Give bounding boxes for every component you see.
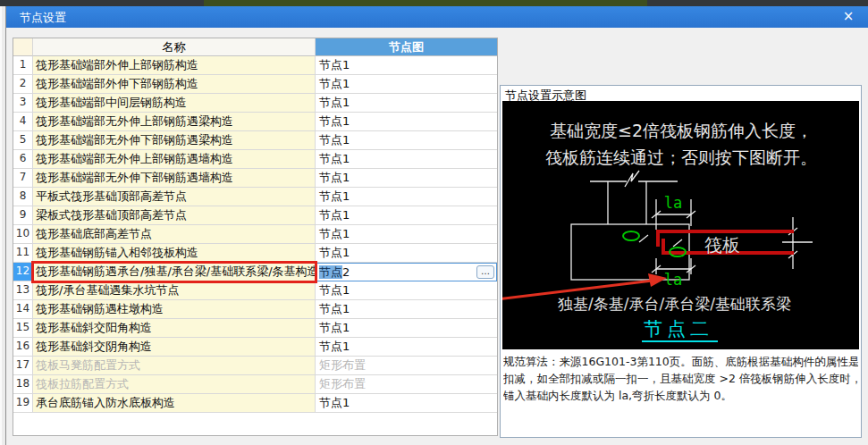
diagram-note-line1: 基础宽度≤2倍筏板钢筋伸入长度， [550,121,813,140]
row-number[interactable]: 9 [13,206,33,225]
row-name[interactable]: 筏形基础底部高差节点 [33,225,316,244]
row-node-value[interactable]: 节点1 [316,300,497,319]
table-row[interactable]: 18筏板拉筋配置方式矩形布置 [13,375,497,394]
slab-label: 筏板 [704,234,740,256]
row-number[interactable]: 2 [13,75,33,94]
dim-label-bottom: la [664,271,682,289]
row-name[interactable]: 筏形/承台基础遇集水坑节点 [33,281,316,300]
row-name[interactable]: 筏形基础端部中间层钢筋构造 [33,94,316,113]
wall-and-foundation-lines [571,171,813,280]
desktop-background-strip [0,0,868,6]
row-name[interactable]: 筏形基础端部外伸下部钢筋构造 [33,75,316,94]
row-number[interactable]: 14 [13,300,33,319]
table-row[interactable]: 7筏形基础端部无外伸下部钢筋遇墙构造节点1 [13,169,497,188]
row-name[interactable]: 筏板拉筋配置方式 [33,375,316,394]
table-row[interactable]: 13筏形/承台基础遇集水坑节点节点1 [13,281,497,300]
row-name[interactable]: 筏形基础端部无外伸下部钢筋遇墙构造 [33,169,316,188]
table-row[interactable]: 2筏形基础端部外伸下部钢筋构造节点1 [13,75,497,94]
row-node-value[interactable]: 节点1 [316,281,497,300]
row-node-value[interactable]: 节点1 [316,225,497,244]
header-name: 名称 [33,38,316,56]
table-row[interactable]: 11筏形基础钢筋锚入相邻筏板构造节点1 [13,244,497,263]
row-node-value[interactable]: 节点1 [316,131,497,150]
node-diagram: 基础宽度≤2倍筏板钢筋伸入长度， 筏板筋连续通过；否则按下图断开。 [502,101,859,349]
spec-note: 规范算法：来源16G101-3第110页。面筋、底筋根据基础构件的属性是否扣减，… [501,349,861,404]
row-name[interactable]: 筏形基础端部无外伸上部钢筋遇墙构造 [33,150,316,169]
row-node-value[interactable]: 节点1 [316,206,497,225]
table-row[interactable]: 5筏形基础端部无外伸下部钢筋遇梁构造节点1 [13,131,497,150]
table-row[interactable]: 3筏形基础端部中间层钢筋构造节点1 [13,94,497,113]
table-header-row: 名称 节点图 [13,38,497,56]
spec-line: 规范算法：来源16G101-3第110页。面筋、底筋根据基础构件的属性是否 [503,353,858,370]
row-number[interactable]: 15 [13,319,33,338]
row-node-value[interactable]: 节点2… [316,263,497,281]
dialog-titlebar[interactable]: 节点设置 × [6,6,868,28]
row-number[interactable]: 5 [13,131,33,150]
preview-title: 节点设置示意图 [501,86,861,101]
row-name[interactable]: 筏形基础端部无外伸上部钢筋遇梁构造 [33,113,316,131]
dialog-title: 节点设置 [20,10,66,26]
table-row[interactable]: 16筏形基础斜交阴角构造节点1 [13,338,497,357]
row-number[interactable]: 19 [13,394,33,413]
row-name[interactable]: 筏形基础钢筋遇柱墩构造 [33,300,316,319]
table-row[interactable]: 4筏形基础端部无外伸上部钢筋遇梁构造节点1 [13,113,497,131]
dim-label-top: la [664,194,682,212]
row-node-value[interactable]: 节点1 [316,319,497,338]
row-name[interactable]: 承台底筋锚入防水底板构造 [33,394,316,413]
row-name[interactable]: 筏形基础斜交阳角构造 [33,319,316,338]
row-name[interactable]: 筏板马凳筋配置方式 [33,357,316,375]
row-name[interactable]: 筏形基础钢筋锚入相邻筏板构造 [33,244,316,263]
row-number[interactable]: 6 [13,150,33,169]
row-name[interactable]: 梁板式筏形基础顶部高差节点 [33,206,316,225]
row-name[interactable]: 平板式筏形基础顶部高差节点 [33,188,316,206]
row-name[interactable]: 筏形基础端部无外伸下部钢筋遇梁构造 [33,131,316,150]
row-number[interactable]: 13 [13,281,33,300]
node-table-body: 1筏形基础端部外伸上部钢筋构造节点12筏形基础端部外伸下部钢筋构造节点13筏形基… [13,56,497,413]
row-node-value[interactable]: 节点1 [316,169,497,188]
row-number[interactable]: 10 [13,225,33,244]
row-number[interactable]: 18 [13,375,33,394]
preview-panel: 节点设置示意图 基础宽度≤2倍筏板钢筋伸入长度， 筏板筋连续通过；否则按下图断开… [500,85,862,438]
unselected-text: 2 [342,265,350,279]
row-node-value[interactable]: 节点1 [316,338,497,357]
selected-text: 节点 [319,265,342,279]
row-node-value[interactable]: 节点1 [316,113,497,131]
row-number[interactable]: 4 [13,113,33,131]
row-number[interactable]: 3 [13,94,33,113]
row-number[interactable]: 17 [13,357,33,375]
node-edit-field[interactable]: 节点2 [316,264,476,281]
row-number[interactable]: 7 [13,169,33,188]
row-node-value[interactable]: 矩形布置 [316,357,497,375]
table-row[interactable]: 8平板式筏形基础顶部高差节点节点1 [13,188,497,206]
row-number[interactable]: 1 [13,56,33,75]
table-row[interactable]: 12筏形基础钢筋遇承台/独基/承台梁/基础联系梁/条基构造节点2… [13,263,497,281]
row-name[interactable]: 筏形基础斜交阴角构造 [33,338,316,357]
row-name[interactable]: 筏形基础端部外伸上部钢筋构造 [33,56,316,75]
table-row[interactable]: 14筏形基础钢筋遇柱墩构造节点1 [13,300,497,319]
table-row[interactable]: 19承台底筋锚入防水底板构造节点1 [13,394,497,413]
row-node-value[interactable]: 节点1 [316,56,497,75]
row-node-value[interactable]: 节点1 [316,150,497,169]
table-row[interactable]: 6筏形基础端部无外伸上部钢筋遇墙构造节点1 [13,150,497,169]
row-node-value[interactable]: 节点1 [316,188,497,206]
ellipsis-button[interactable]: … [476,265,494,279]
row-node-value[interactable]: 节点1 [316,244,497,263]
row-number[interactable]: 16 [13,338,33,357]
row-node-value[interactable]: 矩形布置 [316,375,497,394]
table-row[interactable]: 17筏板马凳筋配置方式矩形布置 [13,357,497,375]
row-node-value[interactable]: 节点1 [316,394,497,413]
node-settings-table[interactable]: 名称 节点图 1筏形基础端部外伸上部钢筋构造节点12筏形基础端部外伸下部钢筋构造… [13,38,498,436]
caption-label: 节点二 [644,318,713,340]
table-row[interactable]: 1筏形基础端部外伸上部钢筋构造节点1 [13,56,497,75]
table-row[interactable]: 9梁板式筏形基础顶部高差节点节点1 [13,206,497,225]
row-number[interactable]: 8 [13,188,33,206]
row-name[interactable]: 筏形基础钢筋遇承台/独基/承台梁/基础联系梁/条基构造 [33,263,316,281]
row-number[interactable]: 11 [13,244,33,263]
close-icon[interactable]: × [840,8,856,24]
row-number[interactable]: 12 [13,263,33,281]
row-node-value[interactable]: 节点1 [316,94,497,113]
row-node-value[interactable]: 节点1 [316,75,497,94]
table-row[interactable]: 10筏形基础底部高差节点节点1 [13,225,497,244]
header-node: 节点图 [316,38,497,56]
table-row[interactable]: 15筏形基础斜交阳角构造节点1 [13,319,497,338]
